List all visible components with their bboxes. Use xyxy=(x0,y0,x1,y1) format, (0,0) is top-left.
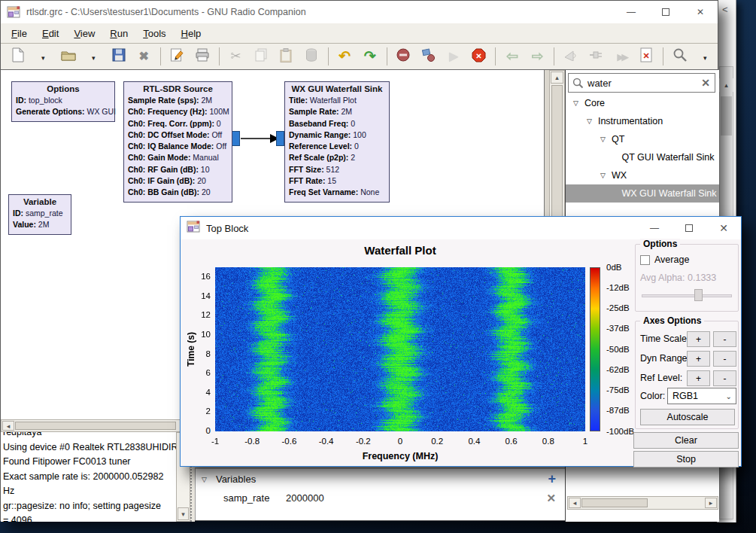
scrollbar-right-button[interactable]: ▸ xyxy=(705,498,717,508)
axes-options-group: Axes Options Time Scale:+-Dyn Range:+-Re… xyxy=(635,321,739,429)
execute-button[interactable]: ▶ xyxy=(441,45,466,68)
add-variable-icon[interactable]: + xyxy=(548,471,556,487)
y-axis-label: Time (s) xyxy=(186,297,196,402)
block-param: Ch0: Frequency (Hz): 100M xyxy=(128,106,228,117)
copy-button[interactable] xyxy=(248,45,273,68)
redo-button[interactable]: ↷ xyxy=(357,45,382,68)
block-variable[interactable]: VariableID: samp_rateValue: 2M xyxy=(8,194,71,235)
x-axis-label: Frequency (MHz) xyxy=(215,451,585,461)
back-button[interactable]: ⇦ xyxy=(499,45,524,68)
rtlsdr-output-port[interactable] xyxy=(232,131,240,146)
new-button[interactable] xyxy=(5,45,30,68)
scrollbar-up-button[interactable]: ▴ xyxy=(719,78,733,92)
tree-item-core[interactable]: ▽Core xyxy=(566,94,719,112)
block-title: RTL-SDR Source xyxy=(128,84,228,93)
scrollbar-up-button[interactable]: ▴ xyxy=(551,72,563,84)
errors-button[interactable] xyxy=(391,45,416,68)
block-rtlsdr-source[interactable]: RTL-SDR SourceSample Rate (sps): 2MCh0: … xyxy=(123,81,232,203)
save-button[interactable] xyxy=(106,45,131,68)
dyn-range-increase-button[interactable]: + xyxy=(687,351,710,367)
new-dropdown[interactable]: ▾ xyxy=(30,45,55,68)
clear-button[interactable]: Clear xyxy=(633,432,739,449)
block-search-box[interactable]: water ✕ xyxy=(568,73,715,93)
block-options[interactable]: OptionsID: top_blockGenerate Options: WX… xyxy=(11,81,115,122)
forward-button[interactable]: ⇨ xyxy=(525,45,550,68)
close-button[interactable]: ✕ xyxy=(683,1,718,23)
kill-button[interactable]: ✕ xyxy=(466,45,491,68)
menu-run[interactable]: Run xyxy=(102,25,135,42)
block-wx-gui-waterfall-sink[interactable]: WX GUI Waterfall SinkTitle: Waterfall Pl… xyxy=(284,81,390,203)
find-blocks-icon xyxy=(673,47,688,65)
bus-ports-button[interactable] xyxy=(558,45,583,68)
time-scale-decrease-button[interactable]: - xyxy=(713,331,736,347)
tree-item-instrumentation[interactable]: ▽Instrumentation xyxy=(566,112,719,130)
main-title-bar[interactable]: rtlsdr.grc - C:\Users\testuser1\Document… xyxy=(1,1,718,23)
tree-item-qt[interactable]: ▽QT xyxy=(566,130,719,148)
variables-header[interactable]: ▽ Variables xyxy=(202,474,256,485)
stop-button[interactable]: Stop xyxy=(633,451,739,468)
find-blocks-button[interactable] xyxy=(667,45,692,68)
scrollbar-left-button[interactable]: ◂ xyxy=(2,421,14,431)
expander-triangle-icon[interactable]: ▽ xyxy=(573,99,578,107)
scrollbar-thumb[interactable] xyxy=(15,422,176,430)
variable-value: 2000000 xyxy=(286,492,324,504)
menu-edit[interactable]: Edit xyxy=(35,25,66,42)
skip-button[interactable]: ▶▶ xyxy=(609,45,633,68)
search-clear-icon[interactable]: ✕ xyxy=(701,77,710,89)
maximize-button[interactable] xyxy=(648,1,683,23)
scrollbar-thumb[interactable] xyxy=(581,498,648,507)
tree-horizontal-scrollbar[interactable]: ◂ ▸ xyxy=(567,496,718,510)
copy-icon xyxy=(254,48,268,65)
flowgraph-errors-button[interactable]: ✕ xyxy=(634,45,659,68)
scrollbar-left-button[interactable]: ◂ xyxy=(569,498,581,508)
menu-help[interactable]: Help xyxy=(174,25,209,42)
dyn-range-decrease-button[interactable]: - xyxy=(713,351,736,367)
tree-item-label: WX GUI Waterfall Sink xyxy=(622,188,717,199)
print-button[interactable] xyxy=(190,45,214,68)
expander-triangle-icon[interactable]: ▽ xyxy=(600,136,606,143)
tree-item-qt-gui-waterfall-sink[interactable]: QT GUI Waterfall Sink xyxy=(566,148,719,166)
menu-tools[interactable]: Tools xyxy=(135,25,173,42)
avg-alpha-slider-thumb[interactable] xyxy=(694,289,703,301)
print-icon xyxy=(195,48,210,65)
block-param: Baseband Freq: 0 xyxy=(289,118,385,129)
close-button[interactable]: ✖ xyxy=(131,45,156,68)
minimize-button[interactable]: — xyxy=(637,217,672,239)
expander-triangle-icon[interactable]: ▽ xyxy=(587,117,592,125)
average-checkbox[interactable] xyxy=(640,255,650,265)
tree-item-wx[interactable]: ▽WX xyxy=(566,166,719,184)
ref-level-decrease-button[interactable]: - xyxy=(713,370,736,386)
collapse-triangle-icon[interactable]: ▽ xyxy=(202,476,207,483)
open-button[interactable] xyxy=(56,45,80,68)
generate-button[interactable] xyxy=(416,45,441,68)
color-dropdown[interactable]: RGB1 ⌄ xyxy=(667,388,736,404)
menu-view[interactable]: View xyxy=(66,25,102,42)
block-connection[interactable] xyxy=(238,130,280,147)
scrollbar-thumb[interactable] xyxy=(721,96,732,136)
paste-button[interactable] xyxy=(274,45,299,68)
find-dropdown[interactable]: ▾ xyxy=(693,45,718,68)
ref-level-increase-button[interactable]: + xyxy=(687,370,710,386)
edit-properties-button[interactable] xyxy=(165,45,190,68)
top-block-title-bar[interactable]: Top Block — ✕ xyxy=(181,217,741,239)
ports-button[interactable] xyxy=(584,45,609,68)
maximize-button[interactable] xyxy=(672,217,706,239)
avg-alpha-slider-track[interactable] xyxy=(642,294,732,297)
search-input[interactable]: water xyxy=(587,78,701,89)
console-output[interactable]: redpitayaUsing device #0 Realtek RTL2838… xyxy=(1,432,176,522)
minimize-button[interactable]: — xyxy=(614,1,648,23)
menu-file[interactable]: File xyxy=(4,25,35,42)
remove-variable-icon[interactable]: ✕ xyxy=(546,492,556,505)
tree-item-wx-gui-waterfall-sink[interactable]: WX GUI Waterfall Sink xyxy=(566,184,719,203)
delete-button[interactable] xyxy=(299,45,323,68)
time-scale-increase-button[interactable]: + xyxy=(687,331,710,347)
cut-button[interactable]: ✂ xyxy=(223,45,248,68)
close-button[interactable]: ✕ xyxy=(706,217,741,239)
expander-triangle-icon[interactable]: ▽ xyxy=(600,172,606,179)
waterfall-input-port[interactable] xyxy=(276,131,284,146)
scrollbar-down-button[interactable]: ▾ xyxy=(178,507,189,520)
open-dropdown[interactable]: ▾ xyxy=(80,45,105,68)
undo-button[interactable]: ↶ xyxy=(332,45,357,68)
autoscale-button[interactable]: Autoscale xyxy=(640,409,735,425)
variable-row[interactable]: samp_rate 2000000 xyxy=(223,492,269,504)
